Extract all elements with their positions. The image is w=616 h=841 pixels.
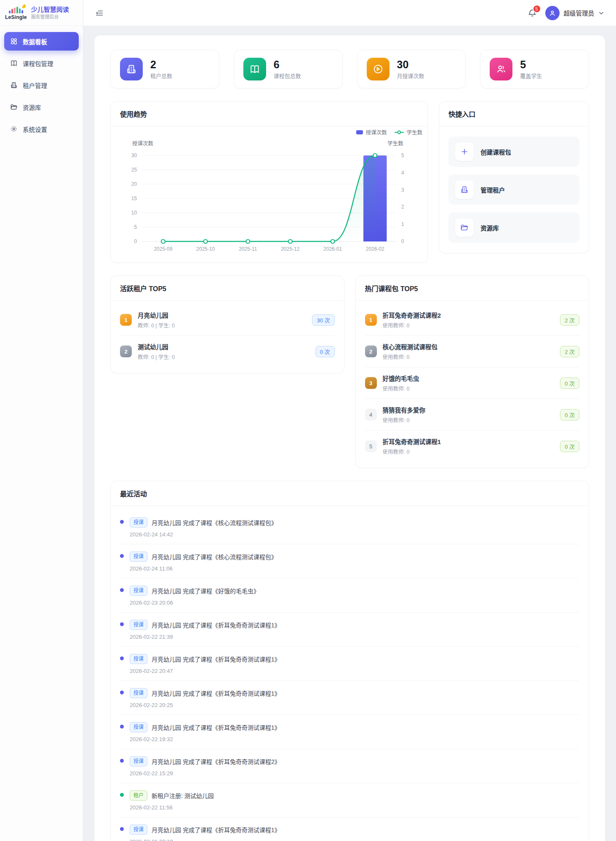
- activity-dot-icon: [120, 520, 124, 524]
- activity-tag: 授课: [130, 552, 147, 562]
- package-count-badge: 0 次: [560, 441, 579, 452]
- tenant-count-badge: 30 次: [312, 314, 334, 326]
- sidebar-item-label: 数据看板: [23, 37, 47, 46]
- svg-text:30: 30: [131, 153, 137, 158]
- activity-row: 授课月亮幼儿园 完成了课程《折耳兔奇奇测试课程1》2026-02-22 19:3…: [120, 715, 579, 749]
- activity-time: 2026-02-24 11:06: [130, 565, 579, 572]
- activity-dot-icon: [120, 691, 124, 694]
- package-row[interactable]: 3 好饿的毛毛虫 使用教师: 0 0 次: [365, 367, 580, 399]
- svg-text:4: 4: [401, 170, 404, 176]
- quick-item-label: 创建课程包: [480, 147, 511, 156]
- svg-text:2026-01: 2026-01: [323, 246, 342, 252]
- quick-item-create-package[interactable]: 创建课程包: [448, 137, 579, 167]
- activity-row: 授课月亮幼儿园 完成了课程《折耳兔奇奇测试课程1》2026-02-22 21:3…: [120, 613, 579, 647]
- active-tenants-title: 活跃租户 TOP5: [111, 276, 344, 301]
- rank-badge: 1: [365, 314, 377, 326]
- activity-row: 授课月亮幼儿园 完成了课程《核心流程测试课程包》2026-02-24 11:06: [120, 544, 579, 579]
- sidebar-nav: 数据看板 课程包管理 租户管理 资源库 系统设置: [0, 26, 83, 144]
- avatar: [545, 6, 560, 20]
- tenant-row[interactable]: 2 测试幼儿园 教师: 0 | 学生: 0 0 次: [120, 336, 335, 367]
- logo-brand: LeSingle: [5, 14, 27, 20]
- activity-tag: 授课: [130, 756, 147, 766]
- activity-time: 2026-02-22 15:29: [130, 770, 579, 777]
- stat-label: 月授课次数: [397, 72, 424, 80]
- sidebar-item-settings[interactable]: 系统设置: [4, 120, 79, 138]
- stat-label: 覆盖学生: [520, 72, 542, 80]
- sidebar-item-resources[interactable]: 资源库: [4, 98, 79, 116]
- stat-card-course-packages: 6 课程包总数: [234, 50, 343, 88]
- activity-tag: 授课: [130, 722, 147, 732]
- notification-bell[interactable]: 5: [527, 8, 538, 19]
- stat-value: 30: [397, 59, 424, 71]
- package-meta: 使用教师: 0: [383, 447, 555, 455]
- user-name: 超级管理员: [564, 8, 595, 17]
- stat-value: 2: [150, 59, 172, 71]
- stat-label: 课程包总数: [274, 72, 301, 80]
- package-row[interactable]: 1 折耳兔奇奇测试课程2 使用教师: 0 2 次: [365, 304, 580, 336]
- activity-time: 2026-02-22 11:56: [130, 804, 579, 811]
- activity-row: 授课月亮幼儿园 完成了课程《折耳兔奇奇测试课程1》2026-02-21 20:1…: [120, 817, 579, 841]
- quick-item-resources[interactable]: 资源库: [448, 212, 579, 243]
- package-row[interactable]: 4 猜猜我有多爱你 使用教师: 0 0 次: [365, 399, 580, 431]
- main-column: 5 超级管理员: [83, 0, 616, 841]
- legend-label: 学生数: [407, 128, 423, 136]
- user-menu[interactable]: 超级管理员: [545, 6, 605, 20]
- svg-text:15: 15: [131, 196, 137, 201]
- quick-entry-title: 快捷入口: [439, 102, 589, 126]
- activity-dot-icon: [120, 554, 124, 558]
- tenant-name: 月亮幼儿园: [138, 311, 306, 319]
- tenant-name: 测试幼儿园: [138, 342, 309, 351]
- sidebar-item-label: 租户管理: [23, 81, 47, 90]
- activity-text: 月亮幼儿园 完成了课程《好饿的毛毛虫》: [152, 587, 259, 595]
- legend-item-students[interactable]: 学生数: [395, 128, 423, 136]
- students-stat-icon: [490, 58, 512, 80]
- monthly-lessons-stat-icon: [367, 58, 389, 80]
- stat-value: 5: [520, 59, 542, 71]
- app-layout: LeSingle 少儿智慧阅读 服务管理后台 数据看板 课程包管理 租户管理: [0, 0, 616, 841]
- quick-item-label: 资源库: [480, 223, 499, 232]
- svg-text:0: 0: [401, 238, 404, 244]
- sidebar-item-tenants[interactable]: 租户管理: [4, 76, 79, 94]
- dashboard-icon: [10, 37, 18, 45]
- rank-badge: 1: [120, 314, 132, 326]
- quick-item-manage-tenants[interactable]: 管理租户: [448, 174, 579, 205]
- chevron-down-icon: [598, 10, 604, 16]
- activity-dot-icon: [120, 793, 124, 797]
- activity-text: 月亮幼儿园 完成了课程《折耳兔奇奇测试课程1》: [152, 825, 280, 834]
- stat-card-monthly-lessons: 30 月授课次数: [357, 50, 466, 88]
- activity-time: 2026-02-22 21:39: [130, 634, 579, 640]
- package-name: 折耳兔奇奇测试课程2: [383, 311, 555, 319]
- sidebar-item-label: 系统设置: [23, 125, 47, 134]
- plus-icon: [455, 142, 474, 161]
- usage-trend-title: 使用趋势: [111, 102, 427, 126]
- content: 2 租户总数 6 课程包总数: [83, 26, 616, 841]
- package-name: 猜猜我有多爱你: [383, 405, 555, 414]
- stat-value: 6: [274, 59, 301, 71]
- activity-dot-icon: [120, 759, 124, 763]
- activity-tag: 租户: [130, 790, 147, 801]
- legend-item-lessons[interactable]: 授课次数: [356, 128, 387, 136]
- hot-packages-card: 热门课程包 TOP5 1 折耳兔奇奇测试课程2 使用教师: 0 2 次: [355, 276, 589, 468]
- user-icon: [549, 9, 556, 17]
- dashboard-shell: 2 租户总数 6 课程包总数: [94, 35, 605, 841]
- topbar: 5 超级管理员: [83, 0, 616, 26]
- folder-open-icon: [10, 103, 18, 111]
- svg-text:2025-11: 2025-11: [239, 246, 257, 252]
- sidebar-item-dashboard[interactable]: 数据看板: [4, 32, 79, 51]
- activity-dot-icon: [120, 827, 124, 831]
- activity-dot-icon: [120, 622, 124, 626]
- svg-text:2025-10: 2025-10: [196, 246, 215, 252]
- tenant-row[interactable]: 1 月亮幼儿园 教师: 0 | 学生: 0 30 次: [120, 304, 335, 336]
- svg-text:2025-09: 2025-09: [154, 246, 172, 252]
- package-row[interactable]: 5 折耳兔奇奇测试课程1 使用教师: 0 0 次: [365, 431, 580, 462]
- activity-tag: 授课: [130, 654, 147, 664]
- legend-line-swatch: [395, 130, 404, 134]
- logo: LeSingle 少儿智慧阅读 服务管理后台: [0, 0, 83, 26]
- activity-dot-icon: [120, 588, 124, 592]
- legend-bar-swatch: [356, 130, 363, 134]
- svg-text:授课次数: 授课次数: [132, 140, 154, 147]
- svg-text:2: 2: [401, 204, 404, 210]
- sidebar-item-course-packages[interactable]: 课程包管理: [4, 54, 79, 72]
- sidebar-collapse-button[interactable]: [93, 7, 105, 19]
- package-row[interactable]: 2 核心流程测试课程包 使用教师: 0 2 次: [365, 336, 580, 367]
